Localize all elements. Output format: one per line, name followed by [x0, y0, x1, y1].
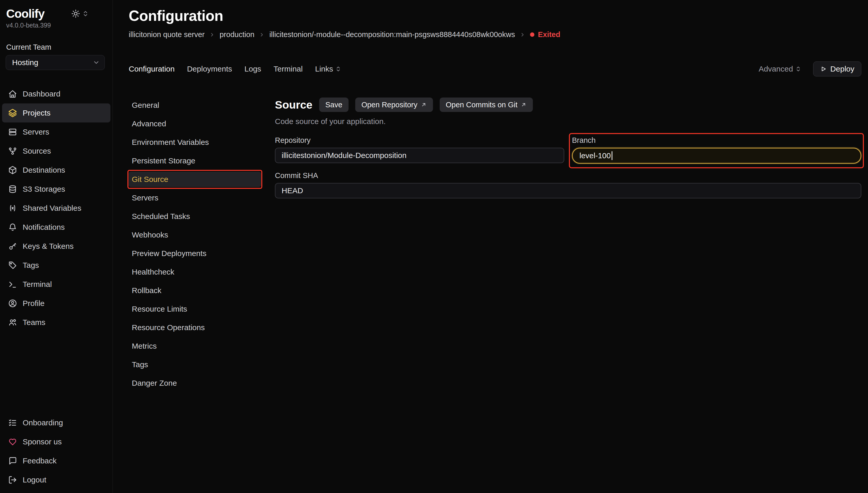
sidebar-item-label: Sponsor us [23, 437, 62, 446]
open-commits-label: Open Commits on Git [446, 101, 518, 109]
tab-bar-actions: Advanced Deploy [759, 62, 861, 77]
advanced-menu[interactable]: Advanced [759, 65, 801, 73]
sidebar: Coolify v4.0.0-beta.399 Current Team Hos… [0, 0, 113, 493]
key-icon [8, 242, 17, 251]
status-badge: Exited [530, 30, 560, 39]
deploy-button[interactable]: Deploy [813, 62, 861, 77]
sidebar-item-shared-variables[interactable]: Shared Variables [2, 199, 110, 218]
tab-deployments[interactable]: Deployments [187, 65, 232, 73]
git-source-panel: Source Save Open Repository Open Commits… [275, 98, 861, 493]
sidebar-item-notifications[interactable]: Notifications [2, 218, 110, 237]
tab-configuration[interactable]: Configuration [129, 65, 174, 73]
tab-terminal[interactable]: Terminal [274, 65, 303, 73]
arrow-up-right-icon [421, 102, 427, 108]
checklist-icon [8, 419, 17, 427]
submenu-item-healthcheck[interactable]: Healthcheck [129, 264, 261, 280]
breadcrumb-environment[interactable]: production [219, 30, 254, 39]
commit-sha-input[interactable] [275, 183, 861, 198]
sidebar-item-profile[interactable]: Profile [2, 294, 110, 313]
bell-icon [8, 223, 17, 232]
sidebar-item-tags[interactable]: Tags [2, 256, 110, 275]
sidebar-item-label: Terminal [23, 280, 52, 289]
users-icon [8, 318, 17, 327]
sidebar-item-label: Logout [23, 475, 46, 484]
submenu-item-rollback[interactable]: Rollback [129, 283, 261, 298]
branch-input[interactable]: level-100 [572, 148, 861, 164]
sidebar-item-destinations[interactable]: Destinations [2, 160, 110, 179]
tab-logs[interactable]: Logs [245, 65, 261, 73]
package-icon [8, 166, 17, 174]
submenu-item-git-source[interactable]: Git Source [129, 172, 261, 187]
sidebar-item-label: Servers [23, 128, 49, 136]
sidebar-item-s3-storages[interactable]: S3 Storages [2, 179, 110, 199]
current-team-label: Current Team [0, 43, 112, 51]
sidebar-item-keys-tokens[interactable]: Keys & Tokens [2, 237, 110, 256]
app-root: Coolify v4.0.0-beta.399 Current Team Hos… [0, 0, 868, 493]
sidebar-item-sponsor-us[interactable]: Sponsor us [2, 432, 110, 451]
logo-row: Coolify [0, 7, 112, 21]
tag-icon [8, 261, 17, 270]
status-dot-icon [530, 33, 534, 37]
breadcrumb-application[interactable]: illicitestonion/-module--decomposition:m… [269, 30, 515, 39]
open-repository-label: Open Repository [361, 101, 418, 109]
submenu-item-tags[interactable]: Tags [129, 357, 261, 372]
theme-selector[interactable] [71, 9, 89, 18]
source-form: Repository Branch level-100 Commit SHA [275, 136, 861, 198]
team-select[interactable]: Hosting [6, 55, 105, 70]
submenu-item-danger-zone[interactable]: Danger Zone [129, 376, 261, 391]
sidebar-item-label: Destinations [23, 166, 65, 174]
source-subtitle: Code source of your application. [275, 117, 861, 126]
sidebar-item-logout[interactable]: Logout [2, 470, 110, 489]
user-circle-icon [8, 299, 17, 308]
branch-value: level-100 [579, 151, 611, 160]
submenu-item-webhooks[interactable]: Webhooks [129, 227, 261, 243]
terminal-icon [8, 280, 17, 289]
sidebar-item-onboarding[interactable]: Onboarding [2, 413, 110, 432]
sidebar-item-dashboard[interactable]: Dashboard [2, 84, 110, 103]
layers-icon [8, 109, 17, 117]
open-repository-button[interactable]: Open Repository [355, 98, 433, 112]
deploy-label: Deploy [830, 65, 854, 73]
submenu-item-resource-limits[interactable]: Resource Limits [129, 301, 261, 317]
tab-links[interactable]: Links [315, 65, 341, 73]
chevrons-up-down-icon [82, 10, 89, 17]
chevrons-up-down-icon [795, 66, 801, 72]
branch-field: Branch level-100 [572, 136, 861, 164]
server-icon [8, 128, 17, 136]
sidebar-item-label: Projects [23, 109, 50, 117]
submenu-item-scheduled-tasks[interactable]: Scheduled Tasks [129, 209, 261, 224]
sidebar-item-teams[interactable]: Teams [2, 313, 110, 332]
save-button[interactable]: Save [319, 98, 348, 112]
repository-input[interactable] [275, 148, 564, 163]
play-icon [820, 66, 827, 72]
submenu-item-preview-deployments[interactable]: Preview Deployments [129, 246, 261, 261]
sidebar-item-label: Keys & Tokens [23, 242, 73, 251]
sidebar-item-label: Dashboard [23, 89, 61, 98]
sidebar-item-label: Profile [23, 299, 44, 308]
sidebar-item-feedback[interactable]: Feedback [2, 451, 110, 470]
tab-links-label: Links [315, 65, 333, 73]
sidebar-item-projects[interactable]: Projects [2, 103, 110, 123]
submenu-item-advanced[interactable]: Advanced [129, 116, 261, 131]
sidebar-item-terminal[interactable]: Terminal [2, 275, 110, 294]
submenu-item-persistent-storage[interactable]: Persistent Storage [129, 153, 261, 169]
sidebar-item-servers[interactable]: Servers [2, 123, 110, 142]
git-fork-icon [8, 147, 17, 155]
sidebar-item-label: Tags [23, 261, 39, 270]
tab-bar: Configuration Deployments Logs Terminal … [129, 62, 861, 77]
submenu-item-resource-operations[interactable]: Resource Operations [129, 320, 261, 335]
submenu-item-environment-variables[interactable]: Environment Variables [129, 134, 261, 150]
sidebar-item-label: S3 Storages [23, 185, 65, 193]
chevron-right-icon [209, 32, 215, 38]
submenu-item-servers[interactable]: Servers [129, 190, 261, 206]
sidebar-item-label: Teams [23, 318, 45, 327]
breadcrumb-project[interactable]: illicitonion quote server [129, 30, 205, 39]
tabs: Configuration Deployments Logs Terminal … [129, 65, 341, 73]
open-commits-button[interactable]: Open Commits on Git [440, 98, 533, 112]
heart-icon [8, 437, 17, 446]
submenu-item-general[interactable]: General [129, 98, 261, 113]
submenu-item-metrics[interactable]: Metrics [129, 338, 261, 354]
source-heading: Source [275, 99, 313, 111]
submenu-item-label: Git Source [132, 175, 168, 184]
sidebar-item-sources[interactable]: Sources [2, 142, 110, 160]
